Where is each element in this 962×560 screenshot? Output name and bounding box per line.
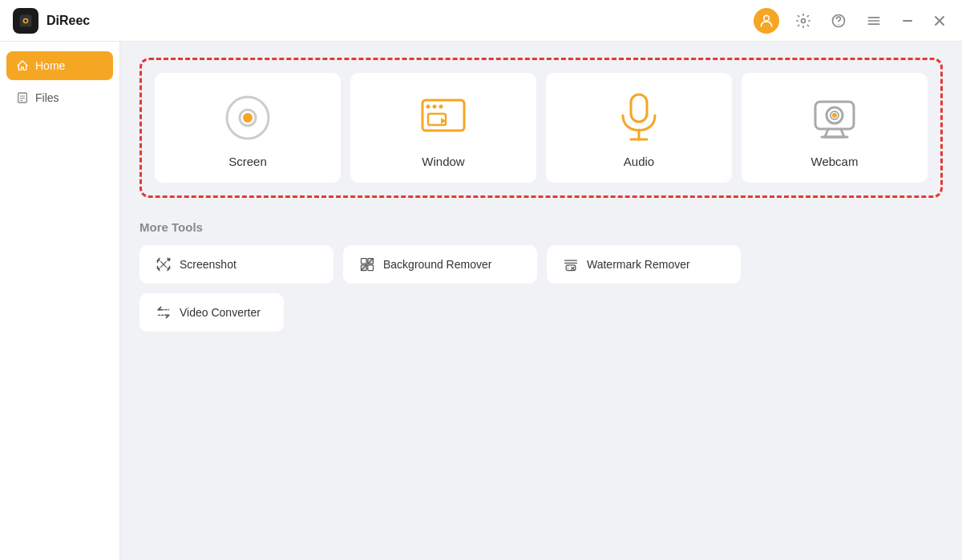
audio-icon bbox=[613, 92, 665, 143]
menu-button[interactable] bbox=[863, 10, 885, 32]
audio-mode-card[interactable]: Audio bbox=[546, 73, 732, 183]
more-tools-section: More Tools Screenshot bbox=[139, 220, 943, 332]
svg-rect-38 bbox=[368, 265, 374, 271]
background-remover-icon bbox=[359, 256, 375, 272]
watermark-remover-icon bbox=[563, 256, 579, 272]
svg-point-19 bbox=[243, 113, 253, 123]
recording-grid: Screen Window bbox=[155, 73, 928, 183]
tools-grid: Screenshot Background Remover bbox=[139, 245, 741, 284]
sidebar-item-files[interactable]: Files bbox=[6, 83, 113, 112]
screenshot-tool-btn[interactable]: Screenshot bbox=[139, 245, 333, 284]
window-icon bbox=[418, 92, 469, 143]
background-remover-tool-btn[interactable]: Background Remover bbox=[343, 245, 537, 284]
help-button[interactable] bbox=[827, 10, 850, 32]
webcam-icon bbox=[809, 92, 860, 143]
svg-point-23 bbox=[439, 105, 443, 109]
minimize-button[interactable] bbox=[898, 11, 917, 30]
close-button[interactable] bbox=[930, 11, 949, 30]
profile-button[interactable] bbox=[754, 8, 779, 34]
video-converter-tool-label: Video Converter bbox=[180, 306, 261, 319]
app-logo bbox=[13, 8, 38, 34]
svg-point-21 bbox=[426, 105, 430, 109]
screenshot-tool-label: Screenshot bbox=[180, 258, 236, 271]
webcam-mode-label: Webcam bbox=[811, 155, 859, 168]
sidebar: Home Files bbox=[0, 42, 120, 560]
window-mode-card[interactable]: Window bbox=[350, 73, 536, 183]
audio-mode-label: Audio bbox=[624, 155, 654, 168]
screen-mode-card[interactable]: Screen bbox=[155, 73, 341, 183]
screenshot-icon bbox=[156, 256, 172, 272]
svg-point-3 bbox=[764, 15, 770, 21]
svg-point-2 bbox=[24, 19, 26, 22]
recording-section: Screen Window bbox=[139, 58, 943, 198]
background-remover-tool-label: Background Remover bbox=[383, 258, 491, 271]
video-converter-tool-btn[interactable]: Video Converter bbox=[139, 293, 284, 332]
svg-rect-25 bbox=[631, 95, 647, 122]
webcam-mode-card[interactable]: Webcam bbox=[742, 73, 928, 183]
screen-mode-label: Screen bbox=[228, 155, 267, 168]
sidebar-item-home[interactable]: Home bbox=[6, 51, 113, 80]
content-area: Screen Window bbox=[120, 42, 962, 560]
svg-point-6 bbox=[838, 23, 839, 24]
window-mode-label: Window bbox=[422, 155, 464, 168]
screen-icon bbox=[222, 92, 273, 143]
titlebar-controls bbox=[754, 8, 949, 34]
settings-button[interactable] bbox=[792, 10, 814, 32]
svg-point-31 bbox=[832, 113, 837, 118]
watermark-remover-tool-btn[interactable]: Watermark Remover bbox=[547, 245, 741, 284]
tools-row2: Video Converter bbox=[139, 293, 943, 332]
main-layout: Home Files bbox=[0, 42, 962, 560]
svg-rect-13 bbox=[18, 93, 27, 103]
svg-point-4 bbox=[802, 18, 806, 22]
more-tools-title: More Tools bbox=[139, 220, 943, 234]
sidebar-files-label: Files bbox=[35, 91, 59, 104]
app-name: DiReec bbox=[46, 14, 90, 28]
watermark-remover-tool-label: Watermark Remover bbox=[587, 258, 690, 271]
sidebar-home-label: Home bbox=[35, 59, 65, 72]
video-converter-icon bbox=[156, 304, 172, 320]
svg-line-39 bbox=[362, 259, 374, 271]
svg-rect-35 bbox=[362, 259, 367, 264]
svg-point-22 bbox=[433, 105, 437, 109]
titlebar: DiReec bbox=[0, 0, 962, 42]
